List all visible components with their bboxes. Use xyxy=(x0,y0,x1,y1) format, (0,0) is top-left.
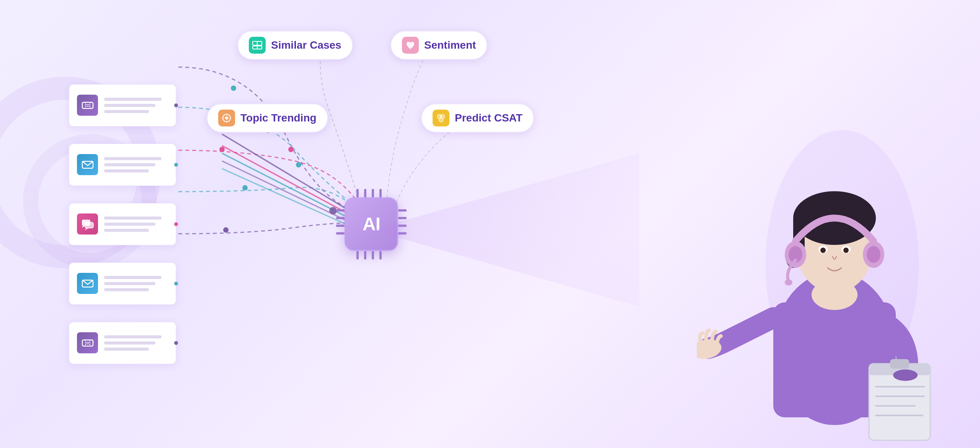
svg-rect-63 xyxy=(890,359,909,369)
card-connector-dot-5 xyxy=(174,341,178,345)
svg-point-68 xyxy=(893,369,918,381)
chip-pin xyxy=(372,189,374,197)
card-line xyxy=(104,223,155,226)
card-email-1 xyxy=(69,144,176,186)
email-icon-1 xyxy=(77,154,98,175)
chip-pin xyxy=(379,251,382,259)
card-line xyxy=(104,341,155,345)
card-line xyxy=(104,157,162,160)
chip-pin xyxy=(364,251,366,259)
sentiment-label: Sentiment xyxy=(424,39,476,51)
svg-rect-30 xyxy=(257,41,262,45)
chip-pin xyxy=(356,189,359,197)
similar-cases-badge: Similar Cases xyxy=(237,31,353,60)
card-line xyxy=(104,110,149,113)
similar-cases-icon xyxy=(249,37,266,54)
chip-pin xyxy=(379,189,382,197)
chip-pin xyxy=(398,225,407,227)
ai-label: AI xyxy=(363,213,380,235)
ai-chip: AI xyxy=(333,186,410,263)
svg-line-4 xyxy=(222,169,348,225)
topic-trending-badge: Topic Trending xyxy=(207,103,328,133)
card-line xyxy=(104,288,149,291)
svg-point-9 xyxy=(223,227,229,233)
svg-point-55 xyxy=(785,279,792,286)
svg-point-8 xyxy=(242,185,248,190)
predict-csat-badge: Predict CSAT xyxy=(421,103,534,133)
svg-rect-32 xyxy=(257,46,262,49)
card-line xyxy=(104,348,149,351)
card-line xyxy=(104,169,149,172)
svg-rect-13 xyxy=(82,102,93,108)
light-beam xyxy=(371,153,639,307)
card-line xyxy=(104,229,149,232)
svg-rect-31 xyxy=(253,46,257,49)
ticket-icon-2 xyxy=(77,332,98,353)
svg-point-5 xyxy=(231,85,236,91)
svg-line-3 xyxy=(222,161,348,222)
svg-point-54 xyxy=(867,246,880,263)
similar-cases-label: Similar Cases xyxy=(271,39,341,51)
card-connector-dot-3 xyxy=(174,222,178,226)
chip-pin xyxy=(356,251,359,259)
svg-point-7 xyxy=(219,147,225,152)
card-line xyxy=(104,104,155,107)
card-lines-3 xyxy=(104,217,168,232)
card-line xyxy=(104,98,162,101)
card-email-2 xyxy=(69,263,176,305)
svg-marker-20 xyxy=(82,226,85,228)
svg-point-40 xyxy=(439,116,440,117)
svg-point-11 xyxy=(288,147,294,152)
card-lines-1 xyxy=(104,98,168,113)
card-chat-1 xyxy=(69,203,176,245)
card-connector-dot-1 xyxy=(174,103,178,107)
topic-trending-label: Topic Trending xyxy=(240,112,317,124)
svg-rect-29 xyxy=(253,41,257,45)
sentiment-icon xyxy=(402,37,419,54)
svg-rect-24 xyxy=(82,340,93,346)
sentiment-badge: Sentiment xyxy=(390,31,487,60)
chip-pin xyxy=(336,209,345,212)
card-line xyxy=(104,335,162,338)
svg-rect-21 xyxy=(85,222,93,228)
predict-csat-icon xyxy=(433,110,449,126)
chip-pin xyxy=(398,209,407,212)
svg-line-0 xyxy=(222,134,348,210)
svg-line-2 xyxy=(222,153,348,218)
card-lines-4 xyxy=(104,276,168,291)
svg-point-12 xyxy=(296,162,301,167)
card-line xyxy=(104,163,155,166)
svg-point-59 xyxy=(843,248,849,253)
card-ticket-2 xyxy=(69,322,176,364)
card-line xyxy=(104,276,162,279)
chip-pin xyxy=(336,225,345,227)
chip-pin xyxy=(398,217,407,219)
person-illustration xyxy=(697,72,957,448)
chat-icon-1 xyxy=(77,213,98,235)
chip-pin xyxy=(336,232,345,235)
cards-column xyxy=(69,84,176,364)
svg-line-1 xyxy=(222,146,348,214)
ticket-icon-1 xyxy=(77,95,98,116)
chip-pin xyxy=(364,189,366,197)
card-line xyxy=(104,282,155,285)
card-lines-5 xyxy=(104,335,168,351)
predict-csat-label: Predict CSAT xyxy=(455,112,523,124)
card-connector-dot-4 xyxy=(174,282,178,286)
ai-chip-inner: AI xyxy=(345,197,398,251)
chip-pin xyxy=(336,217,345,219)
email-icon-2 xyxy=(77,273,98,294)
svg-marker-22 xyxy=(85,228,89,230)
chip-pin xyxy=(372,251,374,259)
topic-trending-icon xyxy=(218,110,235,126)
card-line xyxy=(104,217,162,220)
chip-pin xyxy=(398,232,407,235)
svg-point-42 xyxy=(440,119,442,121)
svg-point-57 xyxy=(820,248,826,253)
card-ticket-1 xyxy=(69,84,176,126)
card-lines-2 xyxy=(104,157,168,172)
svg-point-41 xyxy=(442,116,443,117)
card-connector-dot-2 xyxy=(174,163,178,167)
